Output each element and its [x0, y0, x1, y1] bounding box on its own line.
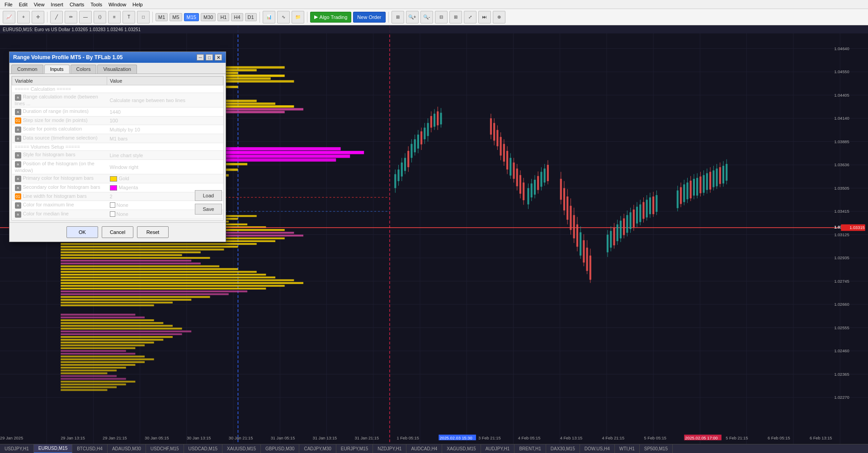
indicators2-button[interactable]: ⊕ — [493, 11, 505, 23]
value-cell[interactable]: Line chart style — [107, 151, 223, 160]
chart-tab-usdjpy-h1[interactable]: USDJPY,H1 — [0, 444, 34, 453]
table-row[interactable]: aColor for median lineNone — [12, 210, 223, 219]
tab-colors[interactable]: Colors — [71, 65, 97, 74]
table-row[interactable]: aPosition of the histogram (on the windo… — [12, 160, 223, 174]
value-cell[interactable]: M1 bars — [107, 134, 223, 143]
timeframe-m15[interactable]: M15 — [184, 13, 199, 21]
chart-tab-xauusd-m15[interactable]: XAUUSD,M15 — [222, 444, 261, 453]
chart-tab-eurjpy-m15[interactable]: EURJPY,M15 — [336, 444, 373, 453]
chart-zoomout-button[interactable]: 🔍- — [420, 11, 433, 23]
period-sep-button[interactable]: ⊟ — [435, 11, 448, 23]
chart-type-button[interactable]: 📊 — [263, 11, 275, 23]
chart-tab-sp500-m15[interactable]: SP500,M15 — [640, 444, 673, 453]
checkbox-none[interactable]: None — [110, 202, 128, 208]
objects-button[interactable]: 📁 — [292, 11, 304, 23]
chart-zoom-button[interactable]: 🔍+ — [406, 11, 419, 23]
chart-tab-brent-h1[interactable]: BRENT,H1 — [514, 444, 546, 453]
chart-tab-nzdjpy-h1[interactable]: NZDJPY,H1 — [373, 444, 406, 453]
chart-tab-xagusd-m15[interactable]: XAGUSD,M15 — [442, 444, 481, 453]
menu-edit[interactable]: Edit — [16, 1, 30, 8]
zoom-bar-button[interactable]: ⊞ — [392, 11, 404, 23]
maximize-button[interactable]: □ — [206, 54, 213, 61]
table-row[interactable]: 01Line width for histogram bars2 — [12, 192, 223, 201]
chart-tab-usdcad-m15[interactable]: USDCAD,M15 — [184, 444, 222, 453]
menu-charts[interactable]: Charts — [67, 1, 87, 8]
line-tool[interactable]: ╱ — [50, 11, 63, 23]
crosshair-button[interactable]: ✛ — [32, 11, 44, 23]
color-swatch[interactable] — [110, 185, 117, 191]
timeframe-h4[interactable]: H4 — [231, 13, 243, 21]
autoscroll-button[interactable]: ⤢ — [464, 11, 476, 23]
checkbox[interactable] — [110, 202, 115, 208]
timeframe-h1[interactable]: H1 — [217, 13, 229, 21]
tab-inputs[interactable]: Inputs — [44, 65, 70, 74]
grid-button[interactable]: ⊞ — [449, 11, 462, 23]
indicators-button[interactable]: ∿ — [277, 11, 290, 23]
table-row[interactable]: aSecondary color for histogram barsMagen… — [12, 183, 223, 192]
timeframe-d1[interactable]: D1 — [245, 13, 257, 21]
menu-window[interactable]: Window — [106, 1, 129, 8]
save-button[interactable]: Save — [195, 204, 222, 215]
menu-view[interactable]: View — [31, 1, 47, 8]
chart-tab-btcusd-h4[interactable]: BTCUSD,H4 — [72, 444, 108, 453]
chart-tab-wti-h1[interactable]: WTI,H1 — [615, 444, 640, 453]
dialog-title-bar[interactable]: Range Volume Profile MT5 - By TFLab 1.05… — [9, 52, 226, 63]
channel-tool[interactable]: ⟨⟩ — [94, 11, 106, 23]
algo-trading-button[interactable]: ▶ Algo Trading — [310, 12, 352, 23]
reset-button[interactable]: Reset — [137, 226, 169, 238]
table-row[interactable]: aData source (timeframe selection)M1 bar… — [12, 134, 223, 143]
scroll-end-button[interactable]: ⏭ — [478, 11, 491, 23]
checkbox-none[interactable]: None — [110, 211, 128, 217]
table-row[interactable]: aColor for maximum lineNone — [12, 201, 223, 210]
hline-tool[interactable]: — — [79, 11, 92, 23]
tab-visualization[interactable]: Visualization — [97, 65, 137, 74]
table-row[interactable]: 01Step size for mode (in points)100 — [12, 117, 223, 125]
checkbox[interactable] — [110, 211, 115, 217]
value-cell[interactable]: Calculate range between two lines — [107, 93, 223, 107]
timeframe-m1[interactable]: M1 — [156, 13, 168, 21]
menu-tools[interactable]: Tools — [88, 1, 105, 8]
minimize-button[interactable]: ─ — [197, 54, 204, 61]
fib-tool[interactable]: ≡ — [108, 11, 121, 23]
new-order-button[interactable]: New Order — [353, 12, 385, 23]
value-cell[interactable]: 100 — [107, 117, 223, 125]
menu-insert[interactable]: Insert — [48, 1, 66, 8]
pencil-tool[interactable]: ✏ — [65, 11, 77, 23]
load-button[interactable]: Load — [195, 190, 222, 201]
text-tool[interactable]: T — [123, 11, 135, 23]
table-row[interactable]: aScale for points calculationMultiply by… — [12, 125, 223, 134]
cancel-button[interactable]: Cancel — [102, 226, 133, 238]
chart-tab-audcad-h4[interactable]: AUDCAD,H4 — [406, 444, 442, 453]
chart-tab-gbpusd-m30[interactable]: GBPUSD,M30 — [261, 444, 299, 453]
chart-tab-dow-us-h4[interactable]: DOW.US,H4 — [580, 444, 615, 453]
value-cell[interactable]: Gold — [107, 174, 223, 183]
table-row[interactable]: aRange calculation mode (between lines .… — [12, 93, 223, 107]
chart-tab-dax30-m15[interactable]: DAX30,M15 — [546, 444, 580, 453]
timeframe-m30[interactable]: M30 — [201, 13, 216, 21]
value-cell[interactable]: 1440 — [107, 107, 223, 117]
tab-common[interactable]: Common — [11, 65, 43, 74]
value-cell[interactable]: Window right — [107, 160, 223, 174]
value-cell[interactable]: Multiply by 10 — [107, 125, 223, 134]
value-cell[interactable]: None — [107, 219, 223, 221]
settings-dialog[interactable]: Range Volume Profile MT5 - By TFLab 1.05… — [9, 51, 226, 242]
chart-tab-eurusd-m15[interactable]: EURUSD,M15 — [34, 444, 72, 453]
chart-tab-usdchf-m15[interactable]: USDCHF,M15 — [146, 444, 184, 453]
table-row[interactable]: aStyle for histogram barsLine chart styl… — [12, 151, 223, 160]
chart-tab-audjpy-h1[interactable]: AUDJPY,H1 — [481, 444, 515, 453]
color-swatch[interactable] — [110, 176, 117, 182]
menu-help[interactable]: Help — [130, 1, 146, 8]
table-row[interactable]: ===== Volumes Setup ===== — [12, 143, 223, 151]
table-row[interactable]: ===== Calculation ===== — [12, 85, 223, 93]
chart-tab-adausd-m30[interactable]: ADAUSD,M30 — [108, 444, 146, 453]
table-row[interactable]: aDuration of range (in minutes)1440 — [12, 107, 223, 117]
table-row[interactable]: aPrimary color for histogram barsGold — [12, 174, 223, 183]
timeframe-m5[interactable]: M5 — [170, 13, 182, 21]
menu-file[interactable]: File — [2, 1, 15, 8]
shapes-tool[interactable]: □ — [137, 11, 150, 23]
table-row[interactable]: aColor for VWAP (Volume Weighted Aver...… — [12, 219, 223, 221]
new-chart-button[interactable]: 📈 — [3, 11, 15, 23]
ok-button[interactable]: OK — [66, 226, 98, 238]
zoom-in-button[interactable]: + — [17, 11, 30, 23]
close-button[interactable]: ✕ — [215, 54, 222, 61]
